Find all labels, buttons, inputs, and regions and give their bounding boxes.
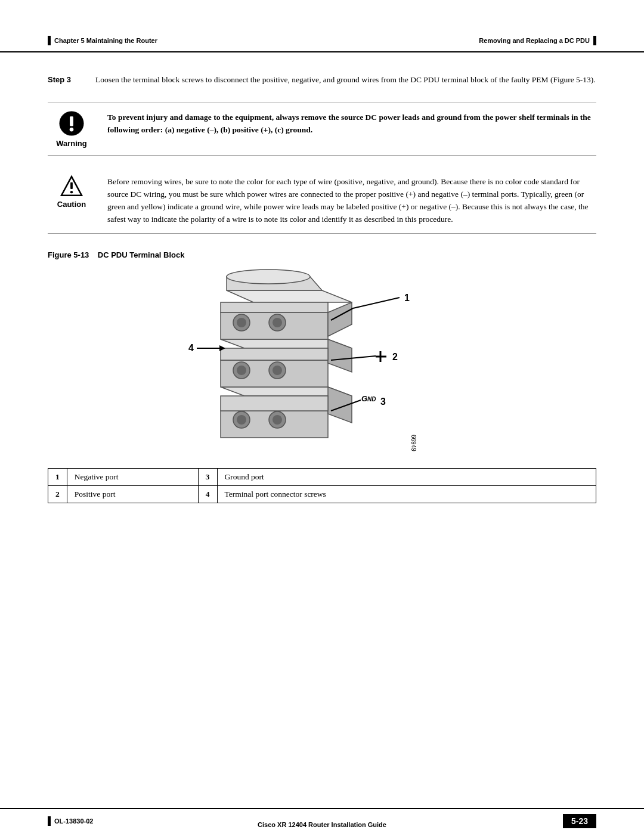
warning-text: To prevent injury and damage to the equi… (107, 110, 596, 148)
step-section: Step 3 Loosen the terminal block screws … (48, 74, 596, 86)
figure-area: 4 1 2 G ND (48, 268, 596, 459)
connector-t2-inner (273, 318, 282, 327)
footer-bar (48, 816, 51, 826)
footer-page-number: 5-23 (563, 814, 596, 828)
label-3: 3 (380, 397, 386, 407)
connector-b2-inner (273, 415, 282, 425)
row1-num1: 1 (48, 468, 67, 485)
svg-marker-12 (328, 339, 352, 372)
step-label: Step 3 (48, 74, 83, 86)
svg-rect-1 (70, 117, 73, 126)
figure-section: Figure 5-13 DC PDU Terminal Block (48, 250, 596, 503)
header-bar-left (48, 36, 51, 45)
connector-b1-inner (237, 415, 246, 425)
row1-num2: 3 (198, 468, 217, 485)
step-text: Loosen the terminal block screws to disc… (95, 74, 596, 86)
svg-marker-17 (221, 302, 328, 312)
caution-icon (60, 175, 83, 197)
warning-section: Warning To prevent injury and damage to … (48, 103, 596, 156)
row1-label1: Negative port (67, 468, 198, 485)
header-right: Removing and Replacing a DC PDU (479, 36, 596, 45)
label-1: 1 (404, 293, 410, 303)
caution-text: Before removing wires, be sure to note t… (107, 175, 596, 226)
caution-section: Caution Before removing wires, be sure t… (48, 168, 596, 234)
main-content: Step 3 Loosen the terminal block screws … (0, 74, 644, 503)
svg-point-19 (227, 270, 310, 284)
dc-pdu-diagram: 4 1 2 G ND (149, 268, 495, 459)
warning-icon-col: Warning (48, 110, 95, 148)
svg-marker-9 (221, 396, 328, 411)
row2-num2: 4 (198, 485, 217, 503)
connector-t1-inner (237, 318, 246, 327)
gnd-label: G (361, 394, 367, 403)
footer: OL-13830-02 Cisco XR 12404 Router Instal… (0, 808, 644, 833)
row2-label2: Terminal port connector screws (217, 485, 596, 503)
footer-center: Cisco XR 12404 Router Installation Guide (258, 821, 386, 828)
row2-label1: Positive port (67, 485, 198, 503)
svg-rect-4 (70, 182, 73, 189)
header-chapter: Chapter 5 Maintaining the Router (54, 37, 157, 44)
svg-point-2 (70, 128, 74, 132)
figure-number: Figure 5-13 (48, 250, 89, 259)
svg-marker-15 (227, 290, 352, 302)
label-4: 4 (188, 343, 194, 353)
table-row: 2 Positive port 4 Terminal port connecto… (48, 485, 596, 503)
header-bar-right (593, 36, 596, 45)
caution-icon-col: Caution (48, 175, 95, 226)
header-section: Removing and Replacing a DC PDU (479, 37, 590, 44)
warning-label: Warning (56, 139, 87, 148)
figure-caption: Figure 5-13 DC PDU Terminal Block (48, 250, 596, 259)
top-cap (227, 270, 322, 290)
table-row: 1 Negative port 3 Ground port (48, 468, 596, 485)
header-left: Chapter 5 Maintaining the Router (48, 36, 157, 45)
header: Chapter 5 Maintaining the Router Removin… (0, 0, 644, 52)
serial-number: 66949 (410, 435, 417, 451)
connector-m1-inner (237, 366, 246, 375)
gnd-nd: ND (367, 396, 376, 402)
row1-label2: Ground port (217, 468, 596, 485)
warning-icon (58, 110, 85, 137)
row2-num1: 2 (48, 485, 67, 503)
footer-left: OL-13830-02 (48, 816, 93, 826)
page: Chapter 5 Maintaining the Router Removin… (0, 0, 644, 833)
arrow-1-line (353, 298, 400, 308)
connector-m2-inner (273, 366, 282, 375)
caution-label: Caution (57, 200, 86, 209)
label-2: 2 (392, 352, 398, 362)
figure-table: 1 Negative port 3 Ground port 2 Positive… (48, 468, 596, 503)
warning-text-bold: To prevent injury and damage to the equi… (107, 113, 591, 134)
svg-marker-13 (221, 348, 328, 360)
footer-doc-id: OL-13830-02 (54, 817, 93, 825)
figure-title: DC PDU Terminal Block (98, 250, 185, 259)
svg-point-5 (70, 191, 73, 193)
